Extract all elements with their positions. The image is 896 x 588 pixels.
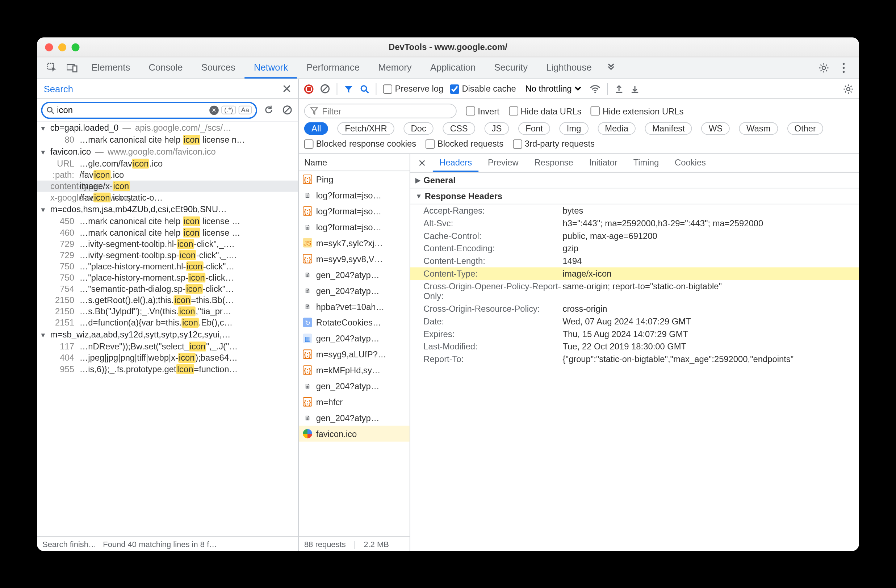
clear-search-icon[interactable]: ✕ <box>210 105 219 114</box>
request-row[interactable]: {:}m=syg9,aLUfP?… <box>299 346 410 362</box>
tab-memory[interactable]: Memory <box>369 57 421 79</box>
search-match[interactable]: 754…"semantic-path-dialog.sp-icon-click"… <box>37 283 298 294</box>
search-match[interactable]: 80…mark canonical cite help icon license… <box>37 134 298 145</box>
close-window-button[interactable] <box>45 43 53 51</box>
search-file-header[interactable]: ▼m=sb_wiz,aa,abd,sy12d,sytt,sytp,sy12c,s… <box>37 328 298 341</box>
search-match[interactable]: :path:/favicon.ico <box>37 169 298 180</box>
filter-chip-font[interactable]: Font <box>518 122 550 135</box>
search-match[interactable]: 460…mark canonical cite help icon licens… <box>37 227 298 238</box>
request-row[interactable]: favicon.ico <box>299 425 410 441</box>
case-toggle[interactable]: Aa <box>238 105 252 114</box>
search-match[interactable]: x-google-scs-row-key:/favicon.ico:static… <box>37 192 298 203</box>
filter-chip-wasm[interactable]: Wasm <box>739 122 778 135</box>
filter-chip-doc[interactable]: Doc <box>404 122 434 135</box>
filter-icon[interactable] <box>344 84 354 93</box>
header-row[interactable]: Cross-Origin-Resource-Policy:cross-origi… <box>410 302 859 315</box>
tab-console[interactable]: Console <box>139 57 192 79</box>
header-row[interactable]: Cache-Control:public, max-age=691200 <box>410 230 859 242</box>
header-row[interactable]: Date:Wed, 07 Aug 2024 14:07:29 GMT <box>410 315 859 328</box>
search-net-icon[interactable] <box>360 84 369 93</box>
hide-data-urls-checkbox[interactable]: Hide data URLs <box>509 106 581 116</box>
detail-tab-initiator[interactable]: Initiator <box>582 154 624 172</box>
network-settings-icon[interactable] <box>843 83 853 94</box>
filter-chip-fetchxhr[interactable]: Fetch/XHR <box>338 122 395 135</box>
search-match[interactable]: 955…is,6)};_.fs.prototype.getIcon=functi… <box>37 363 298 375</box>
detail-tab-cookies[interactable]: Cookies <box>668 154 713 172</box>
tab-security[interactable]: Security <box>485 57 537 79</box>
request-row[interactable]: {:}Ping <box>299 171 410 187</box>
search-match[interactable]: 450…mark canonical cite help icon licens… <box>37 215 298 227</box>
header-row[interactable]: Accept-Ranges:bytes <box>410 204 859 217</box>
detail-tab-timing[interactable]: Timing <box>626 154 665 172</box>
close-search-icon[interactable]: ✕ <box>282 81 291 96</box>
header-row[interactable]: Cross-Origin-Opener-Policy-Report-Only:s… <box>410 280 859 302</box>
refresh-search-icon[interactable] <box>261 102 276 117</box>
search-file-header[interactable]: ▼cb=gapi.loaded_0—apis.google.com/_/scs/… <box>37 121 298 134</box>
general-section[interactable]: ▶ General <box>410 172 859 188</box>
response-headers-section[interactable]: ▼ Response Headers <box>410 188 859 204</box>
request-row[interactable]: 🗎log?format=jso… <box>299 219 410 235</box>
search-match[interactable]: 404…jpeg|jpg|png|tiff|webp|x-icon);base6… <box>37 352 298 363</box>
inspect-icon[interactable] <box>43 57 62 79</box>
filter-input[interactable] <box>322 106 451 116</box>
tab-application[interactable]: Application <box>421 57 485 79</box>
more-tabs-icon[interactable] <box>601 57 621 79</box>
search-match[interactable]: 729…ivity-segment-tooltip.hl-icon-click"… <box>37 238 298 249</box>
search-match[interactable]: 2150…s.Bb("Jylpdf");_.Vn(this.icon,"tia_… <box>37 306 298 317</box>
header-row[interactable]: Last-Modified:Tue, 22 Oct 2019 18:30:00 … <box>410 340 859 353</box>
blocked-requests-checkbox[interactable]: Blocked requests <box>425 139 503 148</box>
settings-icon[interactable] <box>814 57 834 79</box>
request-row[interactable]: 🗎log?format=jso… <box>299 187 410 203</box>
request-row[interactable]: ↻RotateCookies… <box>299 314 410 330</box>
detail-tab-headers[interactable]: Headers <box>433 154 479 172</box>
maximize-window-button[interactable] <box>72 43 80 51</box>
search-match[interactable]: content-type:image/x-icon <box>37 180 298 192</box>
cancel-search-icon[interactable] <box>280 102 294 117</box>
filter-chip-img[interactable]: Img <box>559 122 588 135</box>
tab-network[interactable]: Network <box>244 57 297 79</box>
header-row[interactable]: Alt-Svc:h3=":443"; ma=2592000,h3-29=":44… <box>410 217 859 230</box>
search-match[interactable]: 117…nDReve"));Bw.set("select_icon",_.J("… <box>37 341 298 352</box>
search-file-header[interactable]: ▼m=cdos,hsm,jsa,mb4ZUb,d,csi,cEt90b,SNU… <box>37 203 298 215</box>
detail-tab-response[interactable]: Response <box>528 154 580 172</box>
tab-performance[interactable]: Performance <box>297 57 369 79</box>
request-row[interactable]: JSm=syk7,sylc?xj… <box>299 235 410 251</box>
hide-ext-urls-checkbox[interactable]: Hide extension URLs <box>591 106 683 116</box>
request-row[interactable]: 🗎gen_204?atyp… <box>299 378 410 394</box>
close-detail-icon[interactable]: ✕ <box>414 154 430 172</box>
network-conditions-icon[interactable] <box>590 85 600 93</box>
invert-checkbox[interactable]: Invert <box>466 106 499 116</box>
search-match[interactable]: 750…"place-history-moment.sp-icon-click… <box>37 272 298 283</box>
third-party-checkbox[interactable]: 3rd-party requests <box>513 139 595 148</box>
header-row[interactable]: Content-Length:1494 <box>410 254 859 267</box>
filter-chip-other[interactable]: Other <box>787 122 823 135</box>
request-row[interactable]: 🗎hpba?vet=10ah… <box>299 299 410 314</box>
request-row[interactable]: {:}log?format=jso… <box>299 203 410 219</box>
request-row[interactable]: ▦gen_204?atyp… <box>299 330 410 346</box>
header-row[interactable]: Content-Type:image/x-icon <box>410 267 859 280</box>
search-match[interactable]: 729…ivity-segment-tooltip.sp-icon-click"… <box>37 249 298 260</box>
import-icon[interactable] <box>614 84 624 93</box>
header-row[interactable]: Content-Encoding:gzip <box>410 242 859 254</box>
tab-sources[interactable]: Sources <box>192 57 244 79</box>
request-row[interactable]: {:}m=hfcr <box>299 394 410 410</box>
request-row[interactable]: 🗎gen_204?atyp… <box>299 267 410 282</box>
request-row[interactable]: 🗎gen_204?atyp… <box>299 410 410 425</box>
search-file-header[interactable]: ▼favicon.ico—www.google.com/favicon.ico <box>37 145 298 158</box>
search-match[interactable]: URL…gle.com/favicon.ico <box>37 158 298 169</box>
request-row[interactable]: {:}m=syv9,syv8,V… <box>299 251 410 267</box>
device-icon[interactable] <box>62 57 82 79</box>
filter-chip-css[interactable]: CSS <box>443 122 475 135</box>
minimize-window-button[interactable] <box>58 43 66 51</box>
kebab-icon[interactable] <box>834 57 853 79</box>
preserve-log-checkbox[interactable]: Preserve log <box>383 84 443 93</box>
request-list-header[interactable]: Name <box>299 154 410 171</box>
throttling-select[interactable]: No throttling <box>523 83 583 94</box>
filter-chip-media[interactable]: Media <box>597 122 635 135</box>
blocked-cookies-checkbox[interactable]: Blocked response cookies <box>304 139 416 148</box>
search-input[interactable] <box>57 105 207 115</box>
search-match[interactable]: 2150…s.getRoot().el(),a);this.icon=this.… <box>37 294 298 306</box>
filter-chip-manifest[interactable]: Manifest <box>645 122 692 135</box>
export-icon[interactable] <box>630 84 640 93</box>
filter-chip-js[interactable]: JS <box>484 122 509 135</box>
